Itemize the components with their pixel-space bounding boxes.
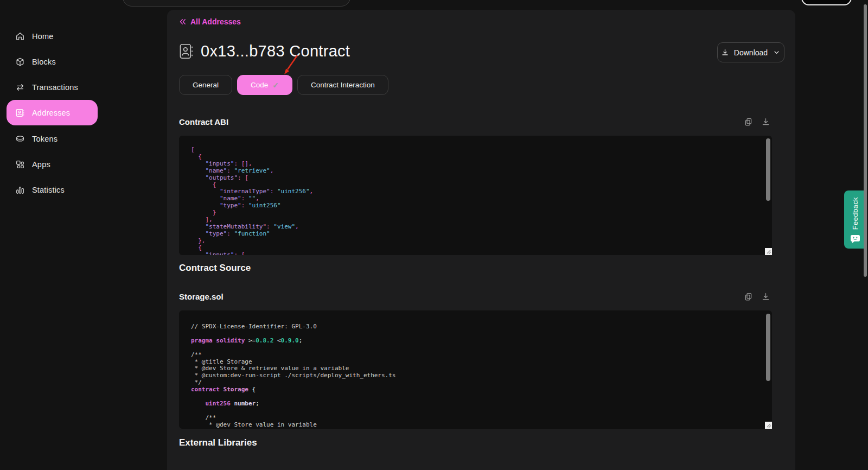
sidebar-item-statistics[interactable]: Statistics (7, 177, 98, 202)
chevron-down-icon (773, 48, 781, 56)
storage-sol-code[interactable]: // SPDX-License-Identifier: GPL-3.0 prag… (179, 310, 772, 429)
download-icon (721, 48, 729, 56)
sidebar-item-addresses[interactable]: Addresses (7, 100, 98, 125)
tab-general[interactable]: General (179, 75, 232, 95)
abi-scrollbar-thumb[interactable] (766, 138, 770, 201)
home-icon (15, 31, 25, 41)
sidebar-item-transactions[interactable]: Transactions (7, 74, 98, 100)
sidebar-item-label: Apps (32, 160, 50, 169)
sidebar-item-label: Tokens (32, 135, 58, 143)
sidebar-item-label: Home (32, 32, 53, 41)
tab-contract-interaction[interactable]: Contract Interaction (297, 75, 388, 95)
abi-code-content: [ { "inputs": [], "name": "retrieve", "o… (179, 136, 772, 255)
title-row: 0x13...b783 Contract (179, 42, 350, 60)
tab-label: Contract Interaction (311, 81, 375, 89)
apps-grid-icon (15, 160, 25, 169)
abi-resize-grip[interactable] (765, 248, 772, 255)
storage-sol-content: // SPDX-License-Identifier: GPL-3.0 prag… (179, 310, 772, 429)
back-to-all-addresses-link[interactable]: All Addresses (179, 17, 241, 26)
contract-source-heading: Contract Source (179, 263, 251, 274)
transfer-arrows-icon (15, 82, 25, 92)
feedback-label: Feedback (851, 197, 859, 230)
sidebar-item-tokens[interactable]: Tokens (7, 126, 98, 151)
download-label: Download (734, 48, 768, 57)
source-file-heading: Storage.sol (179, 292, 224, 301)
sidebar: Home Blocks Transactions Addresses Token… (0, 0, 167, 470)
sidebar-item-label: Statistics (32, 186, 65, 194)
download-icon[interactable] (761, 292, 770, 301)
download-icon[interactable] (761, 117, 770, 126)
contract-card-icon (179, 43, 194, 60)
source-scrollbar-thumb[interactable] (766, 314, 770, 381)
abi-actions (744, 117, 770, 126)
app-root: Home Blocks Transactions Addresses Token… (0, 0, 868, 470)
copy-icon[interactable] (744, 117, 753, 126)
download-button[interactable]: Download (717, 42, 784, 62)
contract-abi-heading: Contract ABI (179, 117, 228, 126)
tab-code[interactable]: Code ✓ (237, 75, 292, 95)
tab-bar: General Code ✓ Contract Interaction (179, 75, 388, 95)
feedback-button[interactable]: Feedback (844, 190, 866, 249)
back-link-label: All Addresses (190, 17, 241, 26)
bar-chart-icon (15, 185, 25, 195)
sidebar-item-label: Transactions (32, 83, 78, 92)
external-libraries-heading: External Libraries (179, 437, 257, 448)
sidebar-item-blocks[interactable]: Blocks (7, 49, 98, 74)
source-resize-grip[interactable] (765, 422, 772, 429)
cube-icon (15, 57, 25, 67)
sidebar-item-label: Addresses (32, 109, 70, 117)
page-title: 0x13...b783 Contract (201, 42, 350, 60)
sidebar-item-label: Blocks (32, 58, 56, 66)
check-icon: ✓ (272, 81, 279, 90)
contact-card-icon (15, 108, 25, 118)
topbar-wallet-button[interactable] (801, 0, 852, 5)
sidebar-item-apps[interactable]: Apps (7, 151, 98, 177)
coin-icon (15, 134, 25, 144)
feedback-chat-icon (850, 234, 860, 244)
source-actions (744, 292, 770, 301)
double-chevron-left-icon (179, 18, 187, 26)
tab-label: Code (251, 81, 268, 89)
contract-abi-code[interactable]: [ { "inputs": [], "name": "retrieve", "o… (179, 136, 772, 255)
sidebar-item-home[interactable]: Home (7, 23, 98, 49)
copy-icon[interactable] (744, 292, 753, 301)
tab-label: General (193, 81, 219, 89)
page-scrollbar[interactable] (864, 4, 867, 277)
